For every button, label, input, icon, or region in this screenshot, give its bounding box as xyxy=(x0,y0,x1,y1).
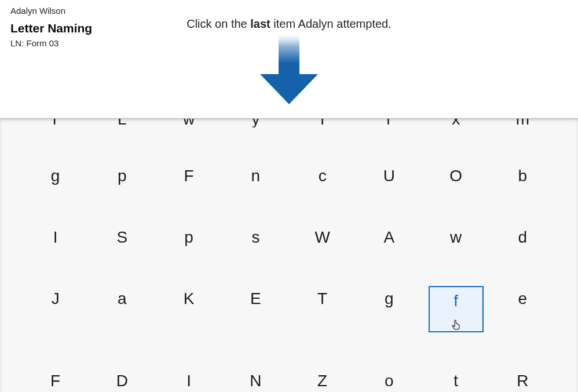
letter-cell[interactable]: E xyxy=(228,286,283,332)
letter-cell[interactable]: w xyxy=(162,118,217,127)
student-name: Adalyn Wilson xyxy=(10,6,568,16)
letter-grid-area: rLwyIrxmgpFncUObISpsWAwdJaKETgfeFDINZotR xyxy=(0,118,578,392)
header: Adalyn Wilson Letter Naming LN: Form 03 … xyxy=(0,0,578,118)
letter-cell[interactable]: R xyxy=(495,368,550,392)
letter-cell[interactable]: D xyxy=(94,368,149,392)
letter-cell[interactable]: L xyxy=(94,118,149,127)
letter-cell[interactable]: b xyxy=(495,163,550,189)
instruction-bold: last xyxy=(250,17,270,30)
letter-cell[interactable]: x xyxy=(429,118,484,127)
down-arrow-icon xyxy=(260,35,318,104)
pointer-hand-icon xyxy=(451,316,460,328)
letter-cell[interactable]: o xyxy=(361,368,416,392)
letter-cell[interactable]: r xyxy=(361,118,416,127)
letter-cell[interactable]: g xyxy=(28,163,83,189)
letter-cell[interactable]: K xyxy=(162,286,217,332)
letter-cell[interactable]: I xyxy=(295,118,350,127)
letter-cell[interactable]: O xyxy=(429,163,484,189)
letter-cell[interactable]: T xyxy=(295,286,350,332)
instruction-prefix: Click on the xyxy=(186,17,250,30)
instruction-suffix: item Adalyn attempted. xyxy=(270,17,392,30)
letter-cell[interactable]: w xyxy=(429,225,484,250)
letter-cell[interactable]: t xyxy=(429,368,484,392)
letter-cell[interactable]: W xyxy=(295,225,350,250)
letter-cell[interactable]: J xyxy=(28,286,83,332)
letter-cell[interactable]: N xyxy=(228,368,283,392)
letter-cell[interactable]: r xyxy=(28,118,83,127)
letter-cell[interactable]: p xyxy=(162,225,217,250)
letter-cell[interactable]: F xyxy=(162,163,217,189)
instruction-text: Click on the last item Adalyn attempted. xyxy=(0,17,578,31)
letter-cell[interactable]: d xyxy=(495,225,550,250)
letter-cell[interactable]: y xyxy=(228,118,283,127)
letter-grid: rLwyIrxmgpFncUObISpsWAwdJaKETgfeFDINZotR xyxy=(0,118,578,392)
letter-cell[interactable]: A xyxy=(361,225,416,250)
letter-cell[interactable]: a xyxy=(94,286,149,332)
letter-cell[interactable]: U xyxy=(361,163,416,189)
letter-cell[interactable]: S xyxy=(94,225,149,250)
letter-cell[interactable]: e xyxy=(495,286,550,332)
letter-cell[interactable]: m xyxy=(495,118,550,127)
letter-cell-selected[interactable]: f xyxy=(429,286,484,332)
letter-cell[interactable]: I xyxy=(28,225,83,250)
letter-cell[interactable]: I xyxy=(162,368,217,392)
letter-cell[interactable]: c xyxy=(295,163,350,189)
letter-cell[interactable]: g xyxy=(361,286,416,332)
letter-cell[interactable]: Z xyxy=(295,368,350,392)
letter-cell[interactable]: p xyxy=(94,163,149,189)
letter-cell[interactable]: n xyxy=(228,163,283,189)
letter-cell[interactable]: s xyxy=(228,225,283,250)
letter-cell[interactable]: F xyxy=(28,368,83,392)
